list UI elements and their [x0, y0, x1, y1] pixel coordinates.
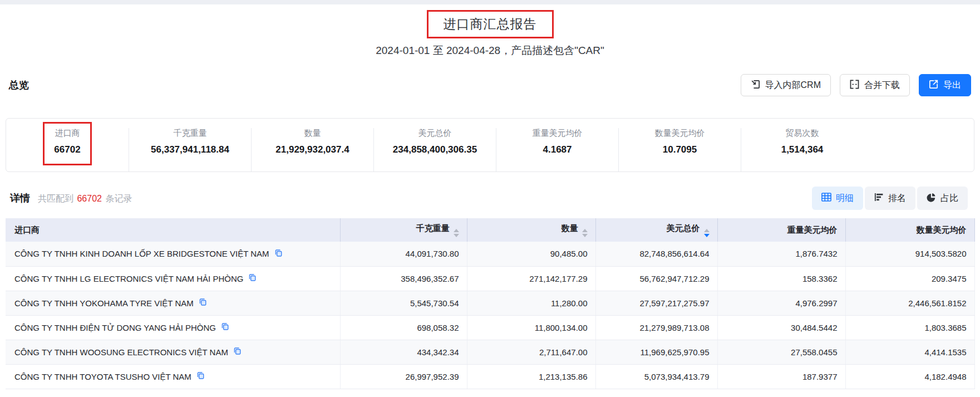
importer-cell: CÔNG TY TNHH YOKOHAMA TYRE VIỆT NAM: [14, 298, 332, 308]
kg-weight-cell: 358,496,352.67: [340, 266, 467, 291]
stat-value: 10.7095: [619, 144, 741, 155]
col-usd-total-label: 美元总价: [667, 223, 700, 233]
kg-weight-cell: 44,091,730.80: [340, 242, 467, 266]
usd-per-qty-cell: 4,182.4948: [845, 364, 974, 389]
importer-cell: CÔNG TY TNHH KINH DOANH LỐP XE BRIDGESTO…: [14, 249, 332, 259]
usd-total-cell: 5,073,934,413.79: [595, 364, 717, 389]
tab-detail[interactable]: 明细: [812, 187, 863, 210]
merge-download-label: 合并下载: [864, 80, 900, 91]
quantity-cell: 271,142,177.29: [467, 266, 595, 291]
usd-per-qty-cell: 209.3475: [845, 266, 974, 291]
col-importer-label: 进口商: [14, 225, 40, 234]
overview-actions: 导入内部CRM 合并下载 导出: [741, 74, 971, 96]
col-quantity: 数量: [467, 218, 595, 242]
sort-control-quantity[interactable]: [582, 229, 588, 237]
sort-control-kg-weight[interactable]: [454, 229, 459, 237]
copy-icon[interactable]: [233, 347, 242, 357]
import-crm-button[interactable]: 导入内部CRM: [741, 74, 831, 96]
pie-chart-icon: [927, 193, 936, 204]
usd-per-qty-cell: 1,803.3685: [845, 315, 974, 340]
table-icon: [821, 193, 831, 204]
kg-weight-cell: 434,342.34: [340, 340, 467, 364]
usd-total-cell: 11,969,625,970.95: [595, 340, 717, 364]
sort-control-usd-total[interactable]: [704, 229, 710, 237]
table-row[interactable]: CÔNG TY TNHH WOOSUNG ELECTRONICS VIỆT NA…: [6, 340, 974, 364]
stat-item: 数量美元均价 10.7095: [618, 128, 741, 171]
merge-cells-icon: [850, 80, 859, 91]
col-usd-per-qty-label: 数量美元均价: [917, 225, 967, 234]
stat-value: 1,514,364: [741, 144, 863, 155]
quantity-cell: 11,800,134.00: [467, 315, 595, 340]
copy-icon[interactable]: [248, 273, 257, 283]
usd-per-kg-cell: 187.9377: [717, 364, 845, 389]
copy-icon[interactable]: [199, 298, 207, 308]
export-label: 导出: [943, 80, 961, 91]
kg-weight-cell: 26,997,952.39: [340, 364, 467, 389]
table-row[interactable]: CÔNG TY TNHH YOKOHAMA TYRE VIỆT NAM 5,54…: [6, 291, 974, 315]
usd-per-qty-cell: 2,446,561.8152: [845, 291, 974, 315]
match-suffix: 条记录: [105, 194, 132, 203]
stat-value: 66702: [6, 144, 129, 155]
importer-cell: CÔNG TY TNHH TOYOTA TSUSHO VIỆT NAM: [14, 371, 332, 381]
export-button[interactable]: 导出: [919, 74, 971, 96]
col-usd-per-kg: 重量美元均价: [717, 218, 845, 242]
overview-stats-card: 进口商 66702 千克重量 56,337,941,118.84 数量 21,9…: [6, 118, 974, 172]
usd-per-kg-cell: 30,484.5442: [717, 315, 845, 340]
col-usd-per-qty: 数量美元均价: [845, 218, 974, 242]
tab-share[interactable]: 占比: [917, 187, 968, 210]
stat-label: 重量美元均价: [496, 128, 618, 139]
stat-item: 千克重量 56,337,941,118.84: [129, 128, 251, 171]
merge-download-button[interactable]: 合并下载: [840, 74, 910, 96]
quantity-cell: 90,485.00: [467, 242, 595, 266]
stat-label: 数量美元均价: [619, 128, 741, 139]
usd-per-kg-cell: 158.3362: [717, 266, 845, 291]
report-date-range: 2024-01-01 至 2024-04-28，产品描述包含"CAR": [0, 43, 980, 58]
match-summary: 共匹配到 66702 条记录: [38, 193, 132, 205]
title-annotation-box: 进口商汇总报告: [427, 10, 554, 38]
col-usd-per-kg-label: 重量美元均价: [787, 225, 838, 234]
quantity-cell: 2,711,647.00: [467, 340, 595, 364]
tab-ranking[interactable]: 排名: [865, 187, 915, 210]
table-row[interactable]: CÔNG TY TNHH LG ELECTRONICS VIỆT NAM HẢI…: [6, 266, 974, 291]
stat-item: 进口商 66702: [6, 128, 129, 171]
usd-total-cell: 82,748,856,614.64: [595, 242, 717, 266]
copy-icon[interactable]: [274, 249, 283, 259]
col-usd-total: 美元总价: [595, 218, 717, 242]
importer-name: CÔNG TY TNHH ĐIỆN TỬ DONG YANG HẢI PHÒNG: [14, 323, 216, 332]
stat-label: 贸易次数: [741, 128, 863, 139]
importer-name: CÔNG TY TNHH TOYOTA TSUSHO VIỆT NAM: [14, 372, 191, 381]
importers-table: 进口商 千克重量 数量 美元总价 重量美元均价 数量美元均价 CÔNG TY T…: [6, 218, 975, 389]
importer-summary-report-page: 进口商汇总报告 2024-01-01 至 2024-04-28，产品描述包含"C…: [0, 0, 980, 389]
kg-weight-cell: 698,058.32: [340, 315, 467, 340]
usd-total-cell: 56,762,947,712.29: [595, 266, 717, 291]
stat-item: 美元总价 234,858,400,306.35: [373, 128, 496, 171]
details-section-label: 详情: [10, 192, 30, 205]
stat-value: 234,858,400,306.35: [374, 144, 496, 155]
importer-cell: CÔNG TY TNHH ĐIỆN TỬ DONG YANG HẢI PHÒNG: [14, 322, 332, 332]
tab-ranking-label: 排名: [888, 193, 906, 204]
tab-detail-label: 明细: [836, 193, 854, 204]
usd-per-qty-cell: 4,414.1535: [845, 340, 974, 364]
usd-per-kg-cell: 4,976.2997: [717, 291, 845, 315]
copy-icon[interactable]: [221, 322, 229, 332]
stat-item: 重量美元均价 4.1687: [496, 128, 618, 171]
table-row[interactable]: CÔNG TY TNHH ĐIỆN TỬ DONG YANG HẢI PHÒNG…: [6, 315, 974, 340]
details-bar: 详情 共匹配到 66702 条记录 明细 排名 占比: [0, 187, 980, 210]
overview-section-label: 总览: [9, 79, 29, 92]
importer-cell: CÔNG TY TNHH WOOSUNG ELECTRONICS VIỆT NA…: [14, 347, 332, 357]
importer-name: CÔNG TY TNHH KINH DOANH LỐP XE BRIDGESTO…: [14, 249, 269, 258]
stat-item: 数量 21,929,932,037.4: [251, 128, 373, 171]
copy-icon[interactable]: [196, 371, 205, 381]
table-row[interactable]: CÔNG TY TNHH KINH DOANH LỐP XE BRIDGESTO…: [6, 242, 974, 266]
page-title: 进口商汇总报告: [444, 16, 537, 33]
stat-value: 21,929,932,037.4: [252, 144, 373, 155]
col-importer: 进口商: [6, 218, 340, 242]
col-kg-weight-label: 千克重量: [416, 223, 450, 233]
report-header: 进口商汇总报告 2024-01-01 至 2024-04-28，产品描述包含"C…: [0, 10, 980, 58]
tab-share-label: 占比: [940, 193, 958, 204]
top-strip: [0, 0, 980, 4]
ranking-icon: [874, 193, 884, 204]
table-row[interactable]: CÔNG TY TNHH TOYOTA TSUSHO VIỆT NAM 26,9…: [6, 364, 974, 389]
usd-total-cell: 27,597,217,275.97: [595, 291, 717, 315]
col-quantity-label: 数量: [562, 223, 578, 233]
